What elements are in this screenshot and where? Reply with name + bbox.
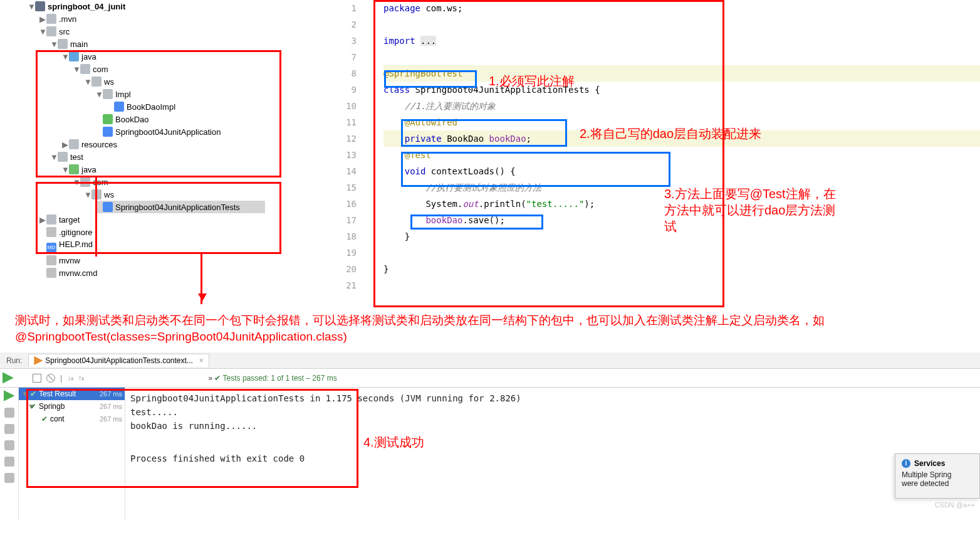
annotation-box-main: [36, 50, 281, 177]
annotation-text-2: 2.将自己写的dao层自动装配进来: [580, 125, 761, 142]
annotation-box-output: [26, 389, 358, 488]
run-label: Run:: [0, 356, 28, 365]
folder-mvn[interactable]: .mvn: [59, 14, 76, 24]
file-mvnw[interactable]: mvnw: [59, 256, 80, 265]
module-name[interactable]: springboot_04_junit: [48, 2, 125, 11]
services-body-1: Multiple Spring: [902, 470, 951, 479]
stop-icon[interactable]: [4, 424, 14, 434]
annotation-bluebox-1: [384, 70, 477, 88]
annotation-bluebox-3: [401, 152, 670, 187]
annotation-text-1: 1.必须写此注解: [489, 73, 575, 89]
pin-icon[interactable]: [4, 473, 14, 483]
info-icon: i: [902, 459, 910, 468]
folder-icon: [46, 26, 56, 36]
annotation-text-4: 4.测试成功: [363, 434, 424, 450]
run-side-toolbar: [0, 388, 19, 519]
run-tab[interactable]: Springboot04JunitApplicationTests.contex…: [28, 354, 209, 367]
services-body-2: were detected: [902, 479, 949, 488]
file-icon: [46, 255, 56, 265]
show-passed-icon[interactable]: [33, 374, 41, 383]
annotation-arrow: [201, 254, 202, 304]
file-icon: [46, 268, 56, 278]
close-tab-icon[interactable]: ×: [195, 356, 204, 365]
folder-icon: [58, 39, 68, 49]
exit-icon[interactable]: [4, 440, 14, 450]
annotation-text-3: 3.方法上面要写@Test注解，在方法中就可以进行dao层方法测试: [664, 186, 846, 235]
annotation-bluebox-2: [401, 119, 567, 147]
test-run-icon: [34, 356, 43, 365]
folder-main[interactable]: main: [70, 40, 88, 49]
editor-gutter: 1 2 3 7 8 9 10 11 12 13 14 15 16 17 18 1…: [328, 0, 375, 307]
settings-icon[interactable]: [4, 457, 14, 467]
tests-passed-line: » ✔ Tests passed: 1 of 1 test – 267 ms: [89, 371, 336, 385]
annotation-bluebox-4: [410, 214, 543, 230]
services-notification[interactable]: i Services Multiple Spring were detected: [895, 453, 980, 499]
debug-icon[interactable]: [4, 408, 14, 418]
run-icon[interactable]: [4, 390, 15, 401]
folder-src[interactable]: src: [59, 27, 70, 36]
rerun-icon[interactable]: [3, 373, 14, 384]
folder-icon: [46, 14, 56, 24]
module-icon: [35, 1, 45, 11]
services-title: Services: [914, 459, 945, 468]
annotation-big-note: 测试时，如果测试类和启动类不在同一个包下时会报错，可以选择将测试类和启动类放在同…: [15, 312, 967, 345]
run-header: Run: Springboot04JunitApplicationTests.c…: [0, 352, 980, 369]
show-ignored-icon[interactable]: [46, 374, 55, 383]
run-tab-label: Springboot04JunitApplicationTests.contex…: [45, 356, 192, 365]
file-mvnwcmd[interactable]: mvnw.cmd: [59, 268, 97, 278]
watermark: CSDN @a++: [935, 501, 975, 509]
annotation-box-test: [36, 182, 281, 254]
annotation-line: [95, 177, 97, 257]
run-toolbar: | ↓₂ ↑₂ » ✔ Tests passed: 1 of 1 test – …: [0, 369, 980, 388]
